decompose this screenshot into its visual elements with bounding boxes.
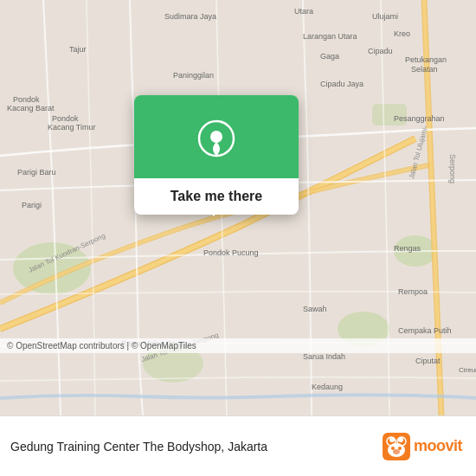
- moovit-text: moovit: [414, 437, 462, 455]
- svg-text:Ulujami: Ulujami: [372, 12, 398, 21]
- svg-text:Cipadu Jaya: Cipadu Jaya: [320, 80, 363, 88]
- svg-text:Utara: Utara: [294, 7, 313, 16]
- map-attribution: © OpenStreetMap contributors | © OpenMap…: [0, 338, 476, 353]
- svg-text:Parigi: Parigi: [22, 201, 42, 209]
- popup-tail: [203, 203, 224, 216]
- svg-text:Gaga: Gaga: [320, 52, 339, 61]
- svg-text:Pondok: Pondok: [13, 95, 40, 104]
- svg-text:Petukangan: Petukangan: [405, 55, 447, 64]
- svg-text:Kacang Timur: Kacang Timur: [48, 123, 96, 132]
- svg-text:Pesanggrahan: Pesanggrahan: [394, 114, 445, 123]
- bottom-bar: Gedung Training Center The Bodyshop, Jak…: [0, 415, 476, 476]
- svg-point-49: [398, 437, 403, 442]
- svg-point-47: [393, 449, 400, 454]
- moovit-logo: moovit: [383, 433, 462, 460]
- svg-text:Kedaung: Kedaung: [312, 383, 343, 391]
- take-me-there-popup[interactable]: Take me there: [134, 95, 299, 215]
- svg-text:Serpong: Serpong: [448, 154, 457, 183]
- svg-text:Pondok: Pondok: [52, 114, 79, 123]
- svg-text:Selatan: Selatan: [411, 65, 438, 74]
- svg-text:Cempaka Putih: Cempaka Putih: [398, 326, 452, 335]
- svg-text:Kacang Barat: Kacang Barat: [7, 104, 55, 113]
- svg-text:Sarua Indah: Sarua Indah: [303, 352, 345, 361]
- svg-text:Rengas: Rengas: [394, 244, 421, 253]
- svg-text:Rempoa: Rempoa: [398, 287, 428, 296]
- svg-point-48: [389, 437, 395, 442]
- location-title: Gedung Training Center The Bodyshop, Jak…: [10, 440, 267, 453]
- svg-text:Cipadu: Cipadu: [368, 47, 393, 55]
- map-container: Sudimara Jaya Utara Ulujami Larangan Uta…: [0, 0, 476, 415]
- svg-text:Sawah: Sawah: [303, 305, 327, 313]
- svg-text:Pondok Pucung: Pondok Pucung: [203, 248, 259, 257]
- svg-point-40: [210, 131, 222, 143]
- popup-green-header: [134, 95, 299, 178]
- svg-text:Cireur: Cireur: [459, 366, 476, 374]
- svg-text:Parigi Baru: Parigi Baru: [17, 168, 56, 177]
- svg-text:Sudimara Jaya: Sudimara Jaya: [164, 12, 216, 21]
- svg-text:Larangan Utara: Larangan Utara: [303, 32, 357, 41]
- svg-text:Tajur: Tajur: [69, 45, 87, 54]
- moovit-bear-icon: [383, 433, 410, 460]
- svg-text:Ciputat: Ciputat: [415, 357, 441, 365]
- svg-point-46: [398, 447, 402, 450]
- svg-text:Paninggilan: Paninggilan: [173, 71, 214, 80]
- svg-text:Kreo: Kreo: [394, 29, 410, 38]
- svg-point-45: [391, 447, 395, 450]
- location-pin-icon: [197, 119, 235, 158]
